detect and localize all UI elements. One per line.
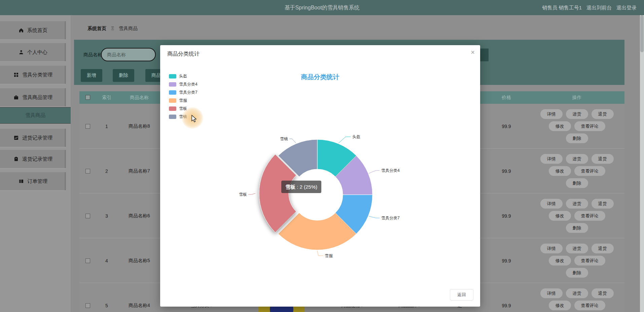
- book-icon: [19, 179, 24, 184]
- cell-name: 商品名称4: [117, 283, 162, 312]
- delete-row-button[interactable]: 删除: [566, 223, 588, 233]
- row-checkbox[interactable]: [85, 258, 90, 263]
- label-line: [339, 137, 351, 143]
- grid-icon: [13, 72, 19, 77]
- header-user-area: 销售员 销售工号1退出到前台退出登录: [537, 0, 637, 15]
- cell-index: 5: [96, 283, 117, 312]
- edit-button[interactable]: 修改: [549, 256, 571, 266]
- row-checkbox[interactable]: [85, 124, 90, 129]
- detail-button[interactable]: 详情: [540, 154, 563, 164]
- sidebar-item-purchase-records[interactable]: 进货记录管理: [0, 129, 66, 147]
- sidebar-item-home[interactable]: 系统首页: [0, 21, 66, 39]
- detail-button[interactable]: 详情: [540, 288, 563, 298]
- row-checkbox[interactable]: [85, 303, 90, 308]
- cell-index: 3: [96, 193, 117, 238]
- comments-button[interactable]: 查看评论: [574, 166, 605, 176]
- edit-button[interactable]: 修改: [549, 121, 571, 131]
- breadcrumb-separator-icon: Ξ: [111, 26, 114, 31]
- sidebar-item-label: 雪具分类管理: [22, 72, 52, 78]
- row-checkbox[interactable]: [85, 214, 90, 218]
- cell-price: 99.9: [484, 283, 529, 312]
- cell-price: 99.9: [484, 238, 529, 283]
- comments-button[interactable]: 查看评论: [574, 211, 605, 221]
- return-button[interactable]: 退货: [592, 244, 614, 253]
- back-button[interactable]: 返回: [450, 289, 473, 301]
- slice-label: 雪板: [239, 192, 247, 197]
- cell-actions: 详情 进货 退货 修改 查看评论 删除: [529, 283, 624, 312]
- home-icon: [19, 28, 24, 33]
- return-button[interactable]: 退货: [592, 154, 614, 164]
- cell-index: 4: [96, 238, 117, 283]
- delete-row-button[interactable]: 删除: [566, 178, 588, 188]
- mouse-cursor-icon: [190, 115, 198, 123]
- col-header-price: 价格: [484, 91, 529, 104]
- header-user-info: 销售员 销售工号1: [542, 5, 582, 10]
- purchase-button[interactable]: 进货: [566, 244, 588, 253]
- col-header-action: 操作: [529, 91, 624, 104]
- sidebar-item-product-mgmt[interactable]: 雪具商品管理: [0, 88, 66, 106]
- purchase-button[interactable]: 进货: [566, 154, 588, 164]
- sidebar-item-category-mgmt[interactable]: 雪具分类管理: [0, 66, 66, 84]
- clipboard-icon: [13, 156, 19, 162]
- detail-button[interactable]: 详情: [540, 244, 563, 253]
- comments-button[interactable]: 查看评论: [574, 256, 605, 266]
- breadcrumb-home[interactable]: 系统首页: [87, 26, 106, 31]
- sidebar-item-orders[interactable]: 订单管理: [0, 172, 66, 190]
- label-line: [317, 251, 323, 256]
- sidebar-subitem-products-active[interactable]: 雪具商品: [0, 107, 71, 124]
- sidebar-item-profile[interactable]: 个人中心: [0, 43, 66, 61]
- delete-row-button[interactable]: 删除: [566, 133, 588, 143]
- slice-label: 雪服: [325, 253, 333, 258]
- sidebar-item-return-records[interactable]: 退货记录管理: [0, 150, 66, 168]
- edit-button[interactable]: 修改: [549, 166, 571, 176]
- sidebar: 系统首页 个人中心 雪具分类管理 雪具商品管理 雪具商品 进货记录管理 退货记录…: [0, 15, 71, 312]
- donut-chart: 头盔 雪具分类4 雪具分类7 雪服 雪板 雪镜: [160, 45, 480, 307]
- sidebar-item-label: 退货记录管理: [22, 156, 52, 162]
- purchase-button[interactable]: 进货: [566, 109, 588, 119]
- sidebar-item-label: 个人中心: [27, 49, 47, 56]
- delete-button[interactable]: 删除: [113, 69, 134, 82]
- edit-button[interactable]: 修改: [549, 211, 571, 221]
- add-button[interactable]: 新增: [81, 69, 102, 82]
- return-button[interactable]: 退货: [592, 109, 614, 119]
- briefcase-icon: [13, 95, 19, 100]
- top-header-bar: 基于SpringBoot的雪具销售系统 销售员 销售工号1退出到前台退出登录: [0, 0, 644, 15]
- scrollbar-thumb[interactable]: [640, 15, 644, 52]
- purchase-button[interactable]: 进货: [566, 288, 588, 298]
- logout-link[interactable]: 退出登录: [616, 5, 637, 10]
- row-checkbox[interactable]: [85, 169, 90, 174]
- exit-to-front-link[interactable]: 退出到前台: [586, 5, 612, 10]
- cell-name: 商品名称8: [117, 104, 162, 149]
- slice-label: 雪镜: [280, 136, 288, 141]
- edit-button[interactable]: 修改: [549, 301, 571, 310]
- user-icon: [19, 50, 24, 55]
- sidebar-item-label: 系统首页: [27, 27, 47, 34]
- scrollbar-track[interactable]: [640, 15, 644, 312]
- sidebar-item-label: 雪具商品: [25, 112, 45, 119]
- delete-row-button[interactable]: 删除: [566, 268, 588, 278]
- col-header-index: 索引: [96, 91, 117, 104]
- cell-price: 99.9: [484, 104, 529, 149]
- cell-name: 商品名称7: [117, 149, 162, 193]
- cell-actions: 详情 进货 退货 修改 查看评论 删除: [529, 238, 624, 283]
- detail-button[interactable]: 详情: [540, 109, 563, 119]
- comments-button[interactable]: 查看评论: [574, 121, 605, 131]
- chart-tooltip: 雪板 : 2 (25%): [281, 181, 321, 193]
- cell-actions: 详情 进货 退货 修改 查看评论 删除: [529, 149, 624, 193]
- comments-button[interactable]: 查看评论: [574, 301, 605, 310]
- cell-price: 99.9: [484, 193, 529, 238]
- search-input[interactable]: [101, 48, 156, 61]
- search-label: 商品名称: [83, 48, 102, 61]
- return-button[interactable]: 退货: [592, 288, 614, 298]
- label-line: [369, 216, 380, 218]
- select-all-checkbox[interactable]: [85, 95, 90, 100]
- detail-button[interactable]: 详情: [540, 199, 563, 209]
- return-button[interactable]: 退货: [592, 199, 614, 209]
- tooltip-value: : 2 (25%): [295, 184, 317, 190]
- slice-label: 雪具分类7: [381, 216, 400, 220]
- breadcrumb: 系统首页 Ξ 雪具商品: [87, 24, 138, 33]
- select-all-checkbox-cell: [79, 91, 96, 104]
- sidebar-item-label: 进货记录管理: [22, 135, 52, 141]
- purchase-button[interactable]: 进货: [566, 199, 588, 209]
- sidebar-item-label: 订单管理: [27, 178, 47, 185]
